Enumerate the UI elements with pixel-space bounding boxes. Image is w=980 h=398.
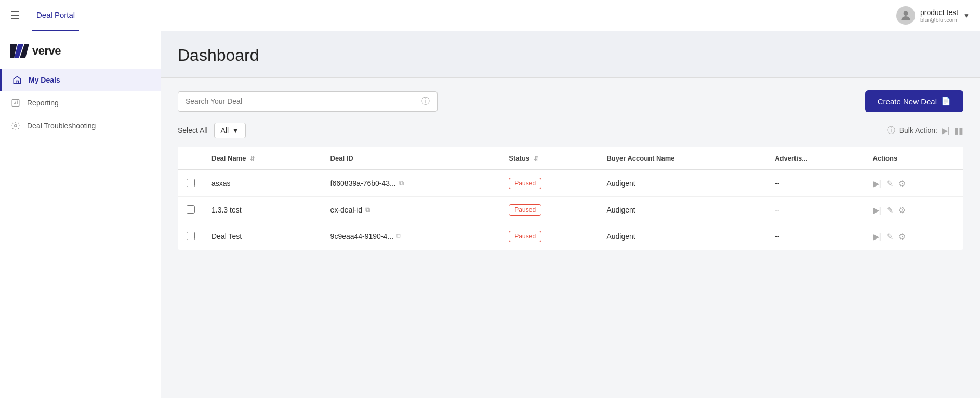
deal-checkbox-0[interactable] bbox=[187, 179, 195, 187]
avatar bbox=[896, 6, 915, 25]
skip-forward-action-icon-1[interactable]: ▶| bbox=[873, 205, 881, 215]
settings-icon bbox=[10, 121, 21, 131]
header-actions: Actions bbox=[865, 147, 963, 170]
app-body: verve My Deals Reporting bbox=[0, 31, 980, 398]
row-actions-1: ▶| ✎ ⚙ bbox=[865, 197, 963, 223]
row-buyer-2: Audigent bbox=[598, 223, 766, 250]
filter-row: Select All All ▼ ⓘ Bulk Action: ▶| ▮▮ bbox=[178, 123, 963, 138]
user-info: product test blur@blur.com bbox=[920, 8, 958, 23]
sidebar-label-deal-troubleshooting: Deal Troubleshooting bbox=[27, 122, 96, 130]
info-icon[interactable]: ⓘ bbox=[421, 96, 430, 107]
svg-point-9 bbox=[15, 125, 17, 127]
create-new-deal-button[interactable]: Create New Deal 📄 bbox=[865, 90, 963, 112]
hamburger-icon[interactable]: ☰ bbox=[10, 9, 20, 22]
sidebar-item-deal-troubleshooting[interactable]: Deal Troubleshooting bbox=[0, 114, 161, 137]
status-badge-1: Paused bbox=[509, 204, 541, 216]
document-icon: 📄 bbox=[941, 97, 951, 106]
search-input[interactable] bbox=[186, 97, 417, 105]
header-deal-id: Deal ID bbox=[322, 147, 501, 170]
table-header-row: Deal Name ⇵ Deal ID Status ⇵ Buyer Accou… bbox=[178, 147, 963, 170]
main-content: Dashboard ⓘ Create New Deal 📄 Select All… bbox=[161, 31, 980, 398]
edit-icon-0[interactable]: ✎ bbox=[886, 179, 893, 189]
settings-action-icon-0[interactable]: ⚙ bbox=[898, 179, 906, 189]
header-buyer-account: Buyer Account Name bbox=[598, 147, 766, 170]
copy-id-icon-0[interactable]: ⧉ bbox=[399, 179, 404, 188]
home-icon bbox=[12, 75, 22, 85]
row-status-1: Paused bbox=[500, 197, 598, 223]
dashboard-header: Dashboard bbox=[161, 31, 980, 78]
bulk-info-icon[interactable]: ⓘ bbox=[887, 125, 895, 136]
filter-value: All bbox=[221, 126, 229, 135]
sidebar-item-my-deals[interactable]: My Deals bbox=[0, 69, 161, 91]
deal-checkbox-1[interactable] bbox=[187, 205, 195, 214]
status-badge-2: Paused bbox=[509, 231, 541, 242]
report-icon bbox=[10, 98, 21, 108]
dashboard-title: Dashboard bbox=[178, 46, 963, 65]
settings-action-icon-2[interactable]: ⚙ bbox=[898, 232, 906, 242]
bulk-action-row: ⓘ Bulk Action: ▶| ▮▮ bbox=[887, 125, 963, 136]
row-deal-id-0: f660839a-76b0-43... ⧉ bbox=[322, 170, 501, 197]
row-advertiser-2: -- bbox=[766, 223, 864, 250]
sort-status-icon[interactable]: ⇵ bbox=[534, 155, 538, 162]
create-btn-label: Create New Deal bbox=[878, 97, 937, 106]
content-area: ⓘ Create New Deal 📄 Select All All ▼ ⓘ B… bbox=[161, 78, 980, 398]
edit-icon-1[interactable]: ✎ bbox=[886, 205, 893, 215]
sidebar-label-my-deals: My Deals bbox=[29, 76, 60, 84]
sort-deal-name-icon[interactable]: ⇵ bbox=[250, 155, 255, 162]
header-checkbox-cell bbox=[178, 147, 204, 170]
header-advertiser: Advertis... bbox=[766, 147, 864, 170]
tab-deal-portal[interactable]: Deal Portal bbox=[32, 0, 79, 31]
header-status: Status ⇵ bbox=[500, 147, 598, 170]
user-name: product test bbox=[920, 8, 958, 17]
row-deal-name-0: asxas bbox=[203, 170, 322, 197]
row-advertiser-1: -- bbox=[766, 197, 864, 223]
search-create-row: ⓘ Create New Deal 📄 bbox=[178, 90, 963, 112]
nav-right: product test blur@blur.com ▼ bbox=[896, 6, 970, 25]
row-status-2: Paused bbox=[500, 223, 598, 250]
copy-id-icon-2[interactable]: ⧉ bbox=[396, 232, 401, 241]
row-checkbox-cell bbox=[178, 223, 204, 250]
row-status-0: Paused bbox=[500, 170, 598, 197]
row-buyer-0: Audigent bbox=[598, 170, 766, 197]
dropdown-chevron-icon: ▼ bbox=[232, 126, 239, 135]
row-actions-2: ▶| ✎ ⚙ bbox=[865, 223, 963, 250]
status-badge-0: Paused bbox=[509, 178, 541, 189]
table-row: 1.3.3 test ex-deal-id ⧉ Paused Audigent … bbox=[178, 197, 963, 223]
sidebar: verve My Deals Reporting bbox=[0, 31, 161, 398]
skip-forward-action-icon-0[interactable]: ▶| bbox=[873, 179, 881, 189]
svg-rect-4 bbox=[16, 81, 19, 84]
row-deal-name-2: Deal Test bbox=[203, 223, 322, 250]
skip-forward-action-icon-2[interactable]: ▶| bbox=[873, 232, 881, 242]
sidebar-label-reporting: Reporting bbox=[27, 99, 59, 107]
user-email: blur@blur.com bbox=[920, 17, 958, 23]
top-nav: ☰ Deal Portal product test blur@blur.com… bbox=[0, 0, 980, 31]
filter-dropdown[interactable]: All ▼ bbox=[214, 123, 246, 138]
row-checkbox-cell bbox=[178, 197, 204, 223]
search-box[interactable]: ⓘ bbox=[178, 91, 438, 112]
row-deal-name-1: 1.3.3 test bbox=[203, 197, 322, 223]
copy-id-icon-1[interactable]: ⧉ bbox=[365, 206, 370, 214]
row-advertiser-0: -- bbox=[766, 170, 864, 197]
deals-table: Deal Name ⇵ Deal ID Status ⇵ Buyer Accou… bbox=[178, 147, 963, 250]
edit-icon-2[interactable]: ✎ bbox=[886, 232, 893, 242]
skip-forward-icon[interactable]: ▶| bbox=[942, 126, 950, 136]
table-row: asxas f660839a-76b0-43... ⧉ Paused Audig… bbox=[178, 170, 963, 197]
row-deal-id-1: ex-deal-id ⧉ bbox=[322, 197, 501, 223]
bulk-action-label: Bulk Action: bbox=[899, 126, 937, 135]
select-all-label: Select All bbox=[178, 126, 208, 135]
logo-text: verve bbox=[32, 44, 61, 58]
row-buyer-1: Audigent bbox=[598, 197, 766, 223]
header-deal-name: Deal Name ⇵ bbox=[203, 147, 322, 170]
sidebar-item-reporting[interactable]: Reporting bbox=[0, 91, 161, 114]
row-deal-id-2: 9c9eaa44-9190-4... ⧉ bbox=[322, 223, 501, 250]
row-actions-0: ▶| ✎ ⚙ bbox=[865, 170, 963, 197]
chevron-down-icon[interactable]: ▼ bbox=[963, 12, 970, 19]
deal-checkbox-2[interactable] bbox=[187, 232, 195, 240]
pause-icon[interactable]: ▮▮ bbox=[954, 126, 963, 136]
svg-point-0 bbox=[904, 11, 908, 16]
settings-action-icon-1[interactable]: ⚙ bbox=[898, 205, 906, 215]
row-checkbox-cell bbox=[178, 170, 204, 197]
verve-logo: verve bbox=[0, 39, 161, 69]
table-row: Deal Test 9c9eaa44-9190-4... ⧉ Paused Au… bbox=[178, 223, 963, 250]
